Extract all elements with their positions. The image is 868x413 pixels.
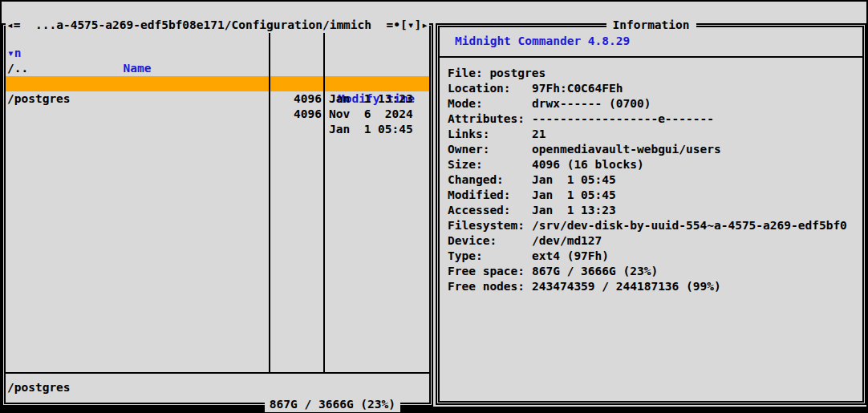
info-field-device: Device: /dev/md127	[440, 233, 862, 249]
info-field-type: Type: ext4 (97Fh)	[440, 249, 862, 264]
info-field-mode: Mode: drwx------ (0700)	[440, 96, 862, 111]
info-value: openmediavault-webgui/users	[532, 142, 862, 157]
info-field-modified: Modified: Jan 1 05:45	[440, 188, 862, 203]
info-label: Attributes:	[448, 111, 532, 127]
info-label: Type:	[448, 249, 532, 264]
mini-status-text: /postgres	[7, 380, 71, 395]
file-list: ▾n Name Size Modify time /.. UP--DIR Jan…	[6, 27, 429, 374]
info-label: Mode:	[448, 96, 532, 111]
panel-path[interactable]: ...a-4575-a269-edf5bf08e171/Configuratio…	[35, 18, 371, 33]
info-label: Changed:	[448, 172, 532, 188]
info-label: Filesystem:	[448, 218, 532, 233]
info-field-free-space: Free space: 867G / 3666G (23%)	[440, 264, 862, 279]
info-value: ext4 (97Fh)	[532, 249, 862, 264]
info-value: 4096 (16 blocks)	[532, 157, 862, 172]
info-field-owner: Owner: openmediavault-webgui/users	[440, 142, 862, 157]
panel-path-header[interactable]: ◂= ...a-4575-a269-edf5bf08e171/Configura…	[6, 18, 429, 33]
file-list-panel: ◂= ...a-4575-a269-edf5bf08e171/Configura…	[2, 23, 433, 407]
info-field-free-nodes: Free nodes: 243474359 / 244187136 (99%)	[440, 279, 862, 294]
info-label: Accessed:	[448, 203, 532, 218]
info-value: Jan 1 05:45	[532, 172, 862, 188]
mc-version-text: Midnight Commander 4.8.29	[455, 34, 862, 49]
file-mtime: Nov 6 2024	[329, 107, 428, 122]
file-mtime: Jan 1 05:45	[329, 122, 428, 137]
info-label: Links:	[448, 127, 532, 142]
menu-bar: LeftFileCommandOptionsRight	[2, 2, 866, 18]
info-file-line: File: postgres	[448, 66, 862, 81]
info-field-location: Location: 97Fh:C0C64FEh	[440, 81, 862, 96]
file-row-postgres-selected[interactable]: /postgres 4096 Jan 1 05:45	[6, 76, 429, 91]
column-separator-mtime	[323, 27, 325, 374]
info-label: Modified:	[448, 188, 532, 203]
info-label: Size:	[448, 157, 532, 172]
info-label: Owner:	[448, 142, 532, 157]
info-field-links: Links: 21	[440, 127, 862, 142]
info-value: 21	[532, 127, 862, 142]
info-separator	[440, 56, 862, 58]
info-value: 243474359 / 244187136 (99%)	[532, 279, 862, 294]
file-size: 4096	[270, 91, 322, 107]
mini-status-separator	[6, 372, 429, 374]
info-label: Free nodes:	[448, 279, 532, 294]
info-value: 97Fh:C0C64FEh	[532, 81, 862, 96]
info-value: Jan 1 13:23	[532, 203, 862, 218]
info-label: Free space:	[448, 264, 532, 279]
file-row-updir[interactable]: /.. UP--DIR Jan 1 13:23	[6, 46, 429, 61]
file-name: /postgres	[7, 91, 269, 107]
info-label: Location:	[448, 81, 532, 96]
info-field-changed: Changed: Jan 1 05:45	[440, 172, 862, 188]
info-field-accessed: Accessed: Jan 1 13:23	[440, 203, 862, 218]
info-value: /dev/md127	[532, 233, 862, 249]
info-value: ------------------e-------	[532, 111, 862, 127]
column-separator-size	[269, 27, 270, 374]
file-mtime: Jan 1 13:23	[329, 91, 428, 107]
info-field-attributes: Attributes: ------------------e-------	[440, 111, 862, 127]
panel-scroll-left-icon[interactable]: ◂=	[6, 18, 20, 33]
info-value: /srv/dev-disk-by-uuid-554~a-4575-a269-ed…	[532, 218, 862, 233]
panel-history-dropdown-icon[interactable]: =•[▾]▸	[387, 18, 428, 33]
information-panel-title: Information	[606, 18, 696, 33]
file-size: 4096	[270, 107, 322, 122]
info-field-size: Size: 4096 (16 blocks)	[440, 157, 862, 172]
information-panel: Information Midnight Commander 4.8.29 Fi…	[436, 23, 866, 405]
info-label: Device:	[448, 233, 532, 249]
info-value: 867G / 3666G (23%)	[532, 264, 862, 279]
free-space-indicator: 867G / 3666G (23%)	[265, 397, 400, 412]
mc-terminal: LeftFileCommandOptionsRight ◂= ...a-4575…	[2, 2, 866, 407]
info-value: drwx------ (0700)	[532, 96, 862, 111]
info-value: Jan 1 05:45	[532, 188, 862, 203]
info-field-filesystem: Filesystem: /srv/dev-disk-by-uuid-554~a-…	[440, 218, 862, 233]
file-row-library[interactable]: /library 4096 Nov 6 2024	[6, 61, 429, 76]
